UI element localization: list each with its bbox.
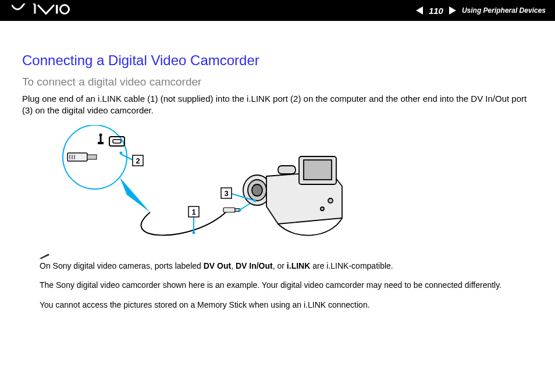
callout-1: 1 [191,208,195,216]
page-title: Connecting a Digital Video Camcorder [22,52,533,69]
section-title: Using Peripheral Devices [462,6,546,15]
note-1-bold-3: i.LINK [287,261,310,270]
svg-point-3 [99,133,102,136]
note-pencil-icon [40,252,50,261]
header-nav: 110 Using Peripheral Devices [416,6,546,16]
page-content: Connecting a Digital Video Camcorder To … [0,21,555,331]
svg-rect-13 [223,208,235,212]
vaio-logo [12,3,70,17]
callout-2: 2 [136,156,140,165]
svg-rect-4 [100,136,102,142]
connection-diagram: 2 1 3 [40,125,533,244]
next-page-arrow-icon[interactable] [449,6,456,15]
svg-point-29 [193,231,195,234]
page-subtitle: To connect a digital video camcorder [22,76,533,88]
svg-rect-9 [87,155,97,159]
header-bar: 110 Using Peripheral Devices [0,0,555,21]
note-1-text: On Sony digital video cameras, ports lab… [40,261,204,270]
prev-page-arrow-icon[interactable] [416,6,423,15]
svg-point-32 [254,199,257,202]
svg-rect-21 [304,160,332,180]
page-number: 110 [429,6,443,16]
note-2: The Sony digital video camcorder shown h… [40,280,533,291]
svg-point-16 [239,208,241,211]
intro-paragraph: Plug one end of an i.LINK cable (1) (not… [22,93,533,117]
svg-point-24 [321,207,324,211]
svg-point-1 [61,5,69,14]
svg-rect-0 [56,5,58,14]
note-1-bold-2: DV In/Out [236,261,273,270]
notes-section: On Sony digital video cameras, ports lab… [40,252,533,311]
svg-point-23 [328,198,333,203]
svg-point-26 [120,151,123,154]
note-1: On Sony digital video cameras, ports lab… [40,261,533,272]
note-1-bold-1: DV Out [204,261,231,270]
svg-rect-5 [98,142,104,144]
svg-point-19 [252,184,262,196]
callout-3: 3 [224,189,228,198]
svg-rect-8 [67,153,87,161]
svg-rect-22 [278,166,296,174]
note-3: You cannot access the pictures stored on… [40,300,533,311]
